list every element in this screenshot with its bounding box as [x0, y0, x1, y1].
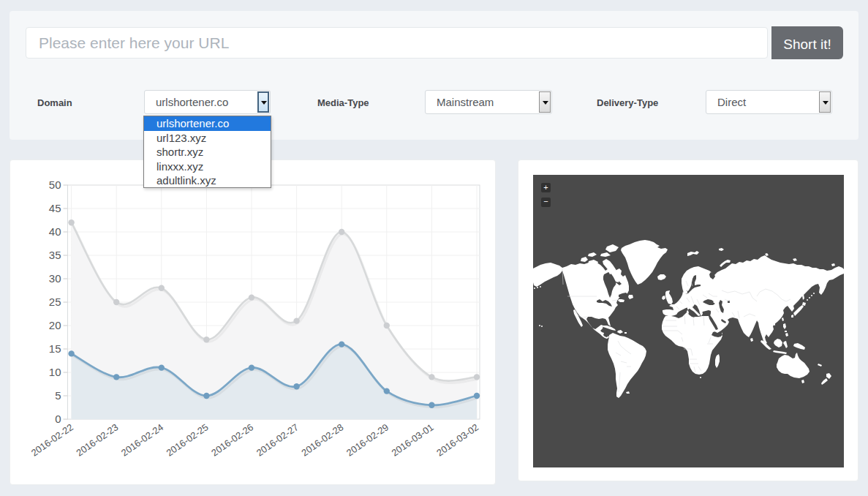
svg-text:35: 35	[49, 249, 61, 261]
svg-text:15: 15	[49, 342, 61, 355]
svg-text:0: 0	[55, 413, 61, 425]
svg-text:2016-02-28: 2016-02-28	[299, 421, 345, 458]
svg-text:20: 20	[49, 319, 61, 331]
svg-text:50: 50	[49, 179, 61, 191]
svg-text:2016-02-23: 2016-02-23	[74, 421, 120, 458]
svg-text:25: 25	[49, 296, 61, 308]
svg-text:30: 30	[49, 272, 61, 285]
svg-text:5: 5	[55, 389, 61, 402]
svg-text:2016-03-01: 2016-03-01	[390, 421, 436, 458]
svg-text:2016-02-27: 2016-02-27	[254, 421, 301, 458]
svg-text:45: 45	[49, 202, 61, 214]
svg-text:2016-02-29: 2016-02-29	[344, 421, 390, 458]
svg-text:10: 10	[49, 366, 61, 378]
svg-text:2016-02-22: 2016-02-22	[29, 421, 75, 458]
svg-text:2016-03-02: 2016-03-02	[434, 421, 480, 458]
svg-text:2016-02-25: 2016-02-25	[165, 421, 211, 458]
svg-text:2016-02-24: 2016-02-24	[119, 421, 165, 458]
svg-text:40: 40	[49, 225, 61, 238]
svg-text:2016-02-26: 2016-02-26	[209, 421, 255, 458]
